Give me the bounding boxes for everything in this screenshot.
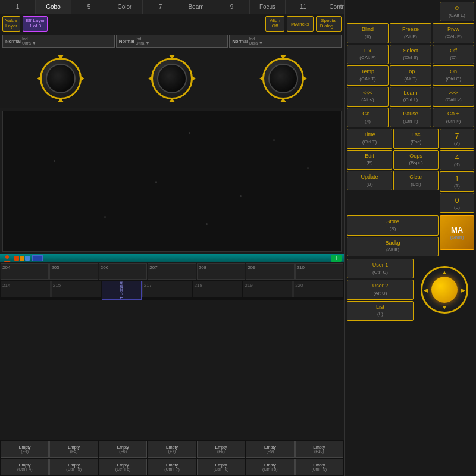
special-dialog-btn[interactable]: SpecialDialog... [316,16,342,32]
user-joystick-row: User 1(Ctrl U) User 2(Alt U) List(L) ▲ ▼… [345,258,476,322]
seq-cell-218[interactable]: 218 [193,281,243,298]
fkey-ctrl-f5[interactable]: Empty(Ctrl F5) [49,459,98,475]
joystick-base[interactable]: ▲ ▼ ◀ ▶ [421,266,468,314]
add-btn[interactable]: + [331,255,342,262]
fkey-f6[interactable]: Empty(F6) [99,441,147,458]
value-layer-btn[interactable]: ValueLayer [2,16,20,32]
user2-btn[interactable]: User 2(Alt U) [347,280,414,299]
off-btn[interactable]: Off(O) [433,45,474,64]
seq-cell-209[interactable]: 209 [246,263,294,280]
joystick-ball[interactable] [431,277,458,303]
color-squares [14,256,30,261]
fkey-f5[interactable]: Empty(F5) [49,441,98,458]
seq-cell-219[interactable]: 219 [243,281,293,298]
go-plus-btn[interactable]: Go +(Ctrl >) [433,108,474,127]
joystick-right-arrow: ▶ [461,287,465,293]
tab-9[interactable]: 9 [214,0,250,14]
fkey-ctrl-f9[interactable]: Empty(Ctrl F9) [246,459,294,475]
toolbar-row: ValueLayer Eff-Layer1 of 3 AlignOff MAtr… [0,14,344,33]
tab-color[interactable]: Color [107,0,143,14]
tab-7[interactable]: 7 [143,0,178,14]
knob-1[interactable] [40,58,82,99]
oops-btn[interactable]: Oops(Bspc) [393,150,439,170]
list-btn[interactable]: List(L) [347,301,414,321]
numpad-1[interactable]: 1(1) [440,171,474,192]
button-1-cell[interactable]: Button 1 [102,281,142,300]
tab-beam[interactable]: Beam [178,0,214,14]
seq-cell-207[interactable]: 207 [148,263,196,280]
fkeys-row1: Empty(F4) Empty(F5) Empty(F6) Empty(F7) … [0,440,344,458]
clear-btn[interactable]: Clear(Del) [393,171,439,190]
update-btn[interactable]: Update(U) [347,171,392,190]
tab-5[interactable]: 5 [71,0,107,14]
knob-3[interactable] [262,58,304,99]
numpad-4[interactable]: 4(4) [440,150,474,170]
top-btn[interactable]: Top(Alt T) [390,65,431,85]
tab-1[interactable]: 1 [0,0,36,14]
knob-2[interactable] [151,58,193,99]
pause-btn[interactable]: Pause(Ctrl P) [390,108,431,127]
fkey-f9[interactable]: Empty(F9) [246,441,294,458]
display-area [2,111,342,252]
seq-cell-208[interactable]: 208 [197,263,245,280]
fkey-f4[interactable]: Empty(F4) [1,441,49,458]
seq-cell-206[interactable]: 206 [99,263,147,280]
right-mid-row2: Temp(CAlt T) Top(Alt T) On(Ctrl O) [345,65,476,85]
ma-btn[interactable]: MA(Shift) [440,215,474,250]
joystick-area[interactable]: ▲ ▼ ◀ ▶ [415,266,474,314]
fkeys-row2: Empty(Ctrl F4) Empty(Ctrl F5) Empty(Ctrl… [0,458,344,476]
left-panel: 1 Gobo 5 Color 7 Beam 9 Focus 11 Control… [0,0,344,476]
fkey-ctrl-f6[interactable]: Empty(Ctrl F6) [99,459,147,475]
fkey-f7[interactable]: Empty(F7) [148,441,196,458]
joystick-up-arrow: ▲ [441,269,447,275]
cam-btn[interactable]: ⊙(CAlt E) [440,2,474,21]
seq-cell-204[interactable]: 204 [1,263,49,280]
tab-focus[interactable]: Focus [250,0,286,14]
time-btn[interactable]: Time(Ctrl T) [347,129,392,148]
seq-cell-215[interactable]: 215 [51,281,101,298]
freeze-btn[interactable]: Freeze(Alt F) [390,23,431,43]
seq-cell-210[interactable]: 210 [295,263,343,280]
edit-btn[interactable]: Edit(E) [347,150,392,170]
cam-btn-row: ⊙(CAlt E) [345,0,476,21]
fkey-ctrl-f7[interactable]: Empty(Ctrl F7) [148,459,196,475]
seq-cell-205[interactable]: 205 [49,263,98,280]
fkey-ctrl-f4[interactable]: Empty(Ctrl F4) [1,459,49,475]
learn-btn[interactable]: Learn(Ctrl L) [390,87,431,107]
eff-layer-btn[interactable]: Eff-Layer1 of 3 [23,16,48,32]
fkey-ctrl-f8[interactable]: Empty(Ctrl F8) [197,459,245,475]
svg-point-0 [5,255,9,259]
right-panel: ⊙(CAlt E) Blind(B) Freeze(Alt F) Prvw(CA… [344,0,476,476]
prev-btn[interactable]: <<<(Alt <) [347,87,389,107]
teal-bar: + [0,254,344,262]
fix-btn[interactable]: Fix(CAlt F) [347,45,389,64]
align-off-btn[interactable]: AlignOff [265,16,284,32]
on-btn[interactable]: On(Ctrl O) [433,65,474,85]
numpad-0[interactable]: 0(0) [440,193,474,213]
fkey-ctrl-f10[interactable]: Empty(Ctrl F9) [295,459,343,475]
temp-btn[interactable]: Temp(CAlt T) [347,65,389,85]
seq-cell-217[interactable]: 217 [142,281,192,298]
tab-11[interactable]: 11 [286,0,321,14]
select-btn[interactable]: Select(Ctrl S) [390,45,431,64]
fkey-f10[interactable]: Empty(F10) [295,441,343,458]
prvw-btn[interactable]: Prvw(CAlt P) [433,23,474,43]
numpad-7[interactable]: 7(7) [440,129,474,149]
fkey-f8[interactable]: Empty(F8) [197,441,245,458]
tab-gobo[interactable]: Gobo [36,0,71,14]
seq-grid-row2: 214 215 Button 1 217 218 219 220 [0,280,344,300]
right-mid-row1: Fix(CAlt F) Select(Ctrl S) Off(O) [345,45,476,64]
next-btn[interactable]: >>>(CAlt >) [433,87,474,107]
seq-cell-220[interactable]: 220 [293,281,343,298]
seq-cell-214[interactable]: 214 [1,281,51,298]
user1-btn[interactable]: User 1(Ctrl U) [347,259,414,278]
seq-grid-row1: 204 205 206 207 208 209 210 [0,262,344,280]
main-container: 1 Gobo 5 Color 7 Beam 9 Focus 11 Control… [0,0,476,476]
go-minus-btn[interactable]: Go -(<) [347,108,389,127]
blind-btn[interactable]: Blind(B) [347,23,389,43]
store-btn[interactable]: Store(S) [347,215,439,235]
backg-btn[interactable]: Backg(Alt B) [347,237,439,256]
encoder-labels-row: Normal IndUltra ▼ Normal IndUltra ▼ Norm… [0,33,344,49]
esc-btn[interactable]: Esc(Esc) [393,129,439,148]
matricks-btn[interactable]: MAtricks [287,16,314,32]
